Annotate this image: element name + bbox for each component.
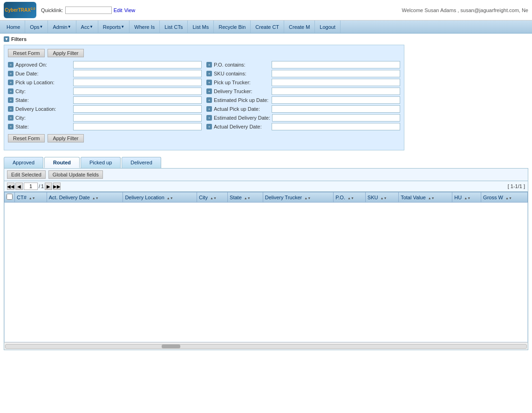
nav-listcts[interactable]: List CTs [160, 20, 188, 33]
input-state-delivery[interactable] [73, 123, 202, 130]
sort-ct[interactable]: ▲▼ [29, 196, 35, 200]
global-update-button[interactable]: Global Update fields [48, 170, 103, 179]
th-delivery-location[interactable]: Delivery Location ▲▼ [123, 192, 197, 203]
sort-hu[interactable]: ▲▼ [464, 196, 471, 200]
apply-filter-bottom-button[interactable]: Apply Filter [48, 134, 83, 142]
logo-trax: TRAX [18, 8, 31, 13]
table-body [5, 203, 528, 342]
expand-icon-due-date: + [8, 71, 14, 76]
input-delivery-trucker[interactable] [272, 88, 400, 95]
input-city-delivery[interactable] [73, 114, 202, 122]
th-po[interactable]: P.O. ▲▼ [334, 192, 365, 203]
filter-row-approved-on: + Approved On: [8, 61, 202, 68]
expand-icon-pickup-location: + [8, 80, 14, 85]
expand-icon-est-delivery-date: + [206, 115, 212, 121]
sort-sku[interactable]: ▲▼ [381, 196, 387, 200]
th-city[interactable]: City ▲▼ [197, 192, 227, 203]
tab-approved[interactable]: Approved [4, 157, 43, 168]
expand-icon-est-pickup-date: + [206, 97, 212, 103]
label-due-date: Due Date: [15, 71, 71, 76]
nav-listms[interactable]: List Ms [188, 20, 214, 33]
th-total-value[interactable]: Total Value ▲▼ [399, 192, 452, 203]
expand-icon-approved-on: + [8, 62, 14, 68]
apply-filter-top-button[interactable]: Apply Filter [48, 49, 83, 57]
tabs-row: Approved Routed Picked up Delivered [4, 157, 528, 168]
expand-icon-po: + [206, 62, 212, 68]
tab-routed[interactable]: Routed [44, 157, 80, 168]
expand-icon-delivery-location: + [8, 106, 14, 112]
input-state-pickup[interactable] [73, 96, 202, 104]
logo-text: CyberTRAX2.0 [5, 7, 35, 13]
filter-row-actual-pickup-date: + Actual Pick up Date: [206, 105, 400, 113]
tab-delivered[interactable]: Delivered [122, 157, 161, 168]
prev-page-button[interactable]: ◀ [15, 183, 23, 190]
input-pickup-trucker[interactable] [272, 79, 400, 86]
sort-delivery-trucker[interactable]: ▲▼ [304, 196, 311, 200]
welcome-text: Welcome Susan Adams , susan@jaguarfreigh… [402, 7, 528, 13]
last-page-button[interactable]: ▶▶ [53, 183, 61, 190]
input-po-contains[interactable] [272, 61, 400, 68]
scroll-area[interactable]: CT# ▲▼ Act. Delivery Date ▲▼ Delivery Lo… [4, 192, 528, 342]
sort-total-value[interactable]: ▲▼ [428, 196, 435, 200]
th-state[interactable]: State ▲▼ [228, 192, 263, 203]
nav-reports[interactable]: Reports [98, 20, 130, 33]
input-delivery-location[interactable] [73, 105, 202, 113]
nav-home[interactable]: Home [2, 20, 25, 33]
current-page-input[interactable] [24, 183, 38, 190]
th-gross-w[interactable]: Gross W ▲▼ [481, 192, 528, 203]
filter-row-due-date: + Due Date: [8, 70, 202, 77]
reset-form-bottom-button[interactable]: Reset Form [8, 134, 45, 142]
tab-pickedup[interactable]: Picked up [81, 157, 121, 168]
nav-createm[interactable]: Create M [284, 20, 315, 33]
edit-link[interactable]: Edit [114, 7, 123, 13]
input-city-pickup[interactable] [73, 88, 202, 95]
input-approved-on[interactable] [73, 61, 202, 68]
bottom-scrollbar[interactable] [4, 342, 528, 350]
input-actual-delivery-date[interactable] [272, 123, 400, 130]
filters-toggle-icon: ▼ [4, 36, 9, 42]
next-page-button[interactable]: ▶ [45, 183, 52, 190]
sort-gross-w[interactable]: ▲▼ [505, 196, 512, 200]
sort-act-delivery-date[interactable]: ▲▼ [92, 196, 99, 200]
expand-icon-actual-delivery-date: + [206, 124, 212, 129]
input-est-delivery-date[interactable] [272, 114, 400, 122]
table-section: Edit Selected Global Update fields ◀◀ ◀ … [4, 168, 528, 350]
filter-row-delivery-trucker: + Delivery Trucker: [206, 88, 400, 95]
th-hu[interactable]: HU ▲▼ [452, 192, 481, 203]
select-all-checkbox[interactable] [7, 194, 13, 200]
nav-logout[interactable]: Logout [315, 20, 341, 33]
th-sku[interactable]: SKU ▲▼ [365, 192, 398, 203]
input-actual-pickup-date[interactable] [272, 105, 400, 113]
sort-city[interactable]: ▲▼ [210, 196, 217, 200]
input-due-date[interactable] [73, 70, 202, 77]
view-link[interactable]: View [124, 7, 136, 13]
sort-po[interactable]: ▲▼ [348, 196, 354, 200]
navbar: Home Ops Admin Acc Reports Where Is List… [0, 20, 532, 34]
input-pickup-location[interactable] [73, 79, 202, 86]
label-city-delivery: City: [15, 115, 71, 121]
quicklink-area: Quicklink: Edit View [41, 7, 135, 14]
edit-selected-button[interactable]: Edit Selected [7, 170, 46, 179]
filter-row-state-delivery: + State: [8, 123, 202, 130]
th-delivery-trucker[interactable]: Delivery Trucker ▲▼ [263, 192, 334, 203]
quicklink-input[interactable] [65, 7, 112, 14]
nav-ops[interactable]: Ops [25, 20, 48, 33]
nav-acc[interactable]: Acc [76, 20, 98, 33]
sort-delivery-location[interactable]: ▲▼ [167, 196, 173, 200]
nav-whereis[interactable]: Where Is [130, 20, 160, 33]
label-pickup-trucker: Pick up Trucker: [214, 80, 270, 85]
scrollbar-thumb[interactable] [162, 345, 180, 348]
scrollbar-track[interactable] [5, 344, 527, 349]
th-ct[interactable]: CT# ▲▼ [15, 192, 47, 203]
filters-toggle[interactable]: ▼ Filters [4, 36, 528, 42]
th-act-delivery-date[interactable]: Act. Delivery Date ▲▼ [47, 192, 123, 203]
reset-form-top-button[interactable]: Reset Form [8, 49, 45, 57]
nav-createct[interactable]: Create CT [251, 20, 284, 33]
input-sku-contains[interactable] [272, 70, 400, 77]
first-page-button[interactable]: ◀◀ [7, 183, 14, 190]
input-est-pickup-date[interactable] [272, 96, 400, 104]
nav-recyclebin[interactable]: Recycle Bin [214, 20, 251, 33]
th-checkbox [5, 192, 15, 203]
nav-admin[interactable]: Admin [48, 20, 76, 33]
sort-state[interactable]: ▲▼ [244, 196, 251, 200]
